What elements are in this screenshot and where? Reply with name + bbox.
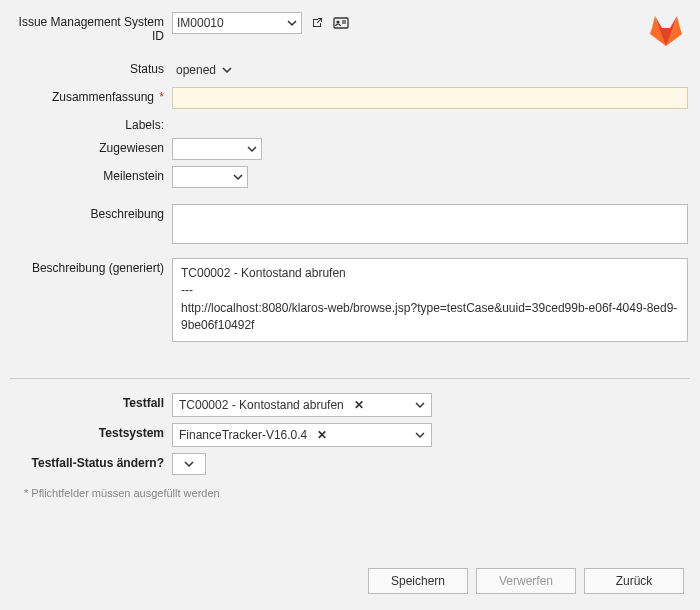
testcase-select[interactable]: TC00002 - Kontostand abrufen ✕ <box>172 393 432 417</box>
label-description: Beschreibung <box>12 204 172 221</box>
assignee-select[interactable] <box>172 138 262 160</box>
label-status: Status <box>12 59 172 76</box>
label-description-generated: Beschreibung (generiert) <box>12 258 172 275</box>
label-assignee: Zugewiesen <box>12 138 172 155</box>
label-labels: Labels: <box>12 115 172 132</box>
summary-input[interactable] <box>172 87 688 109</box>
label-testcase: Testfall <box>12 393 172 410</box>
gitlab-logo <box>648 12 684 48</box>
status-select[interactable]: opened <box>172 59 236 81</box>
gen-line-2: --- <box>181 282 679 299</box>
label-ims-id: Issue Management System ID <box>12 12 172 43</box>
gen-line-1: TC00002 - Kontostand abrufen <box>181 265 679 282</box>
status-value: opened <box>176 63 216 77</box>
clear-icon[interactable]: ✕ <box>317 428 327 442</box>
ims-id-value: IM00010 <box>177 16 224 30</box>
chevron-down-icon <box>184 459 194 469</box>
save-button[interactable]: Speichern <box>368 568 468 594</box>
gen-line-3: http://localhost:8080/klaros-web/browse.… <box>181 300 679 335</box>
testsystem-value: FinanceTracker-V16.0.4 <box>179 428 307 442</box>
chevron-down-icon <box>222 65 232 75</box>
milestone-select[interactable] <box>172 166 248 188</box>
label-testcase-status-change: Testfall-Status ändern? <box>12 453 172 470</box>
back-button[interactable]: Zurück <box>584 568 684 594</box>
svg-point-1 <box>336 20 339 23</box>
required-marker: * <box>159 90 164 104</box>
label-summary-text: Zusammenfassung <box>52 90 154 104</box>
label-milestone: Meilenstein <box>12 166 172 183</box>
description-textarea[interactable] <box>172 204 688 244</box>
chevron-down-icon <box>415 400 425 410</box>
required-footnote: * Pflichtfelder müssen ausgefüllt werden <box>24 487 688 499</box>
button-bar: Speichern Verwerfen Zurück <box>368 568 684 594</box>
clear-icon[interactable]: ✕ <box>354 398 364 412</box>
testcase-status-change-select[interactable] <box>172 453 206 475</box>
section-divider <box>10 378 690 379</box>
testcase-value: TC00002 - Kontostand abrufen <box>179 398 344 412</box>
ims-id-select[interactable]: IM00010 <box>172 12 302 34</box>
label-summary: Zusammenfassung * <box>12 87 172 104</box>
card-icon[interactable] <box>332 14 350 32</box>
chevron-down-icon <box>233 172 243 182</box>
discard-button[interactable]: Verwerfen <box>476 568 576 594</box>
chevron-down-icon <box>415 430 425 440</box>
testsystem-select[interactable]: FinanceTracker-V16.0.4 ✕ <box>172 423 432 447</box>
chevron-down-icon <box>287 18 297 28</box>
description-generated-box: TC00002 - Kontostand abrufen --- http://… <box>172 258 688 342</box>
open-external-icon[interactable] <box>308 14 326 32</box>
chevron-down-icon <box>247 144 257 154</box>
label-testsystem: Testsystem <box>12 423 172 440</box>
